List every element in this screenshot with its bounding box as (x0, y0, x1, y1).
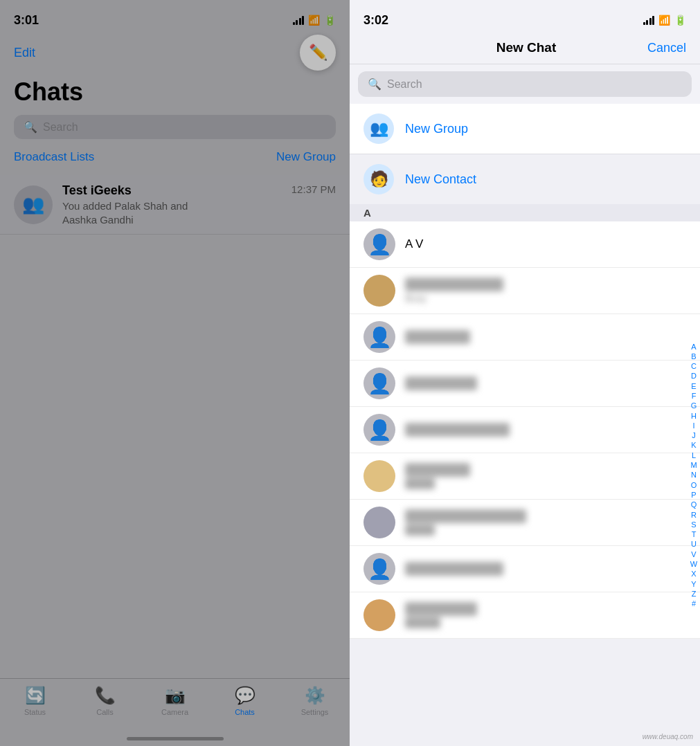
contact-blurred-5-name (405, 463, 470, 477)
contact-blurred-6-avatar (364, 507, 395, 538)
alpha-G[interactable]: G (689, 401, 699, 410)
contact-blurred-8-name (405, 602, 477, 616)
alpha-E[interactable]: E (689, 381, 699, 391)
contact-blurred-5[interactable] (350, 453, 700, 500)
alpha-Y[interactable]: Y (689, 579, 699, 589)
new-group-link[interactable]: New Group (276, 150, 336, 164)
person-icon-7: 👤 (368, 558, 392, 581)
alpha-C[interactable]: C (689, 361, 699, 371)
tab-calls-label: Calls (96, 708, 113, 716)
chat-name-row: Test iGeeks 12:37 PM (62, 183, 336, 198)
compose-button[interactable]: ✏️ (300, 35, 336, 71)
alpha-J[interactable]: J (689, 430, 699, 440)
tab-status-label: Status (24, 708, 46, 716)
edit-button[interactable]: Edit (14, 46, 35, 60)
alpha-L[interactable]: L (689, 451, 699, 460)
search-bar[interactable]: 🔍 Search (14, 115, 336, 139)
tab-bar: 🔄 Status 📞 Calls 📷 Camera 💬 Chats ⚙️ Set… (0, 678, 350, 746)
left-status-bar: 3:01 📶 🔋 (0, 0, 350, 35)
alpha-I[interactable]: I (689, 421, 699, 430)
alpha-B[interactable]: B (689, 352, 699, 361)
contact-blurred-7-info (405, 562, 503, 576)
alpha-Z[interactable]: Z (689, 589, 699, 599)
contact-blurred-5-status (405, 478, 470, 489)
tab-chats-label: Chats (235, 708, 255, 716)
calls-icon: 📞 (95, 686, 116, 705)
tab-calls[interactable]: 📞 Calls (70, 686, 140, 716)
contact-av[interactable]: 👤 A V (350, 221, 700, 268)
contact-blurred-1[interactable]: Busy (350, 268, 700, 314)
alpha-U[interactable]: U (689, 539, 699, 549)
contact-blurred-1-avatar (364, 275, 395, 307)
cancel-button[interactable]: Cancel (647, 41, 686, 55)
chat-preview-line1: You added Palak Shah and (62, 200, 336, 212)
alpha-K[interactable]: K (689, 440, 699, 450)
person-icon: 👤 (368, 233, 392, 256)
alpha-hash[interactable]: # (689, 599, 699, 608)
new-group-text: New Group (405, 122, 468, 136)
right-search-bar[interactable]: 🔍 Search (358, 71, 692, 97)
person-icon-4: 👤 (368, 419, 392, 442)
contact-blurred-2-name (405, 330, 470, 344)
tab-chats[interactable]: 💬 Chats (210, 686, 280, 716)
watermark: www.deuaq.com (643, 733, 693, 740)
alpha-T[interactable]: T (689, 529, 699, 539)
chat-time: 12:37 PM (291, 183, 336, 198)
new-contact-icon: 🧑 (370, 170, 388, 188)
chat-list: 👥 Test iGeeks 12:37 PM You added Palak S… (0, 175, 350, 678)
tab-camera[interactable]: 📷 Camera (140, 686, 210, 716)
chats-title: Chats (0, 78, 350, 115)
alpha-F[interactable]: F (689, 391, 699, 401)
new-group-icon-wrap: 👥 (364, 113, 394, 144)
contact-blurred-7[interactable]: 👤 (350, 546, 700, 592)
alpha-D[interactable]: D (689, 371, 699, 381)
contact-blurred-1-status: Busy (405, 293, 503, 304)
alpha-O[interactable]: O (689, 480, 699, 490)
contact-blurred-4-info (405, 423, 510, 437)
right-time: 3:02 (364, 13, 388, 28)
contacts-section: A 👤 A V Busy (350, 204, 700, 746)
right-signal-icon (643, 15, 655, 25)
new-contact-card[interactable]: 🧑 New Contact (350, 154, 700, 204)
alpha-W[interactable]: W (689, 559, 699, 569)
right-search-icon: 🔍 (368, 78, 382, 91)
search-icon: 🔍 (24, 120, 37, 134)
compose-icon: ✏️ (309, 44, 327, 62)
battery-icon: 🔋 (324, 15, 336, 26)
alpha-H[interactable]: H (689, 411, 699, 421)
contact-blurred-2[interactable]: 👤 (350, 314, 700, 361)
alpha-Q[interactable]: Q (689, 500, 699, 509)
person-icon-2: 👤 (368, 326, 392, 349)
contact-blurred-1-name (405, 278, 503, 291)
new-group-card[interactable]: 👥 New Group (350, 104, 700, 154)
contact-blurred-8-status (405, 617, 477, 628)
tab-settings-label: Settings (301, 708, 329, 716)
status-icon: 🔄 (25, 686, 46, 705)
alpha-R[interactable]: R (689, 510, 699, 520)
tab-status[interactable]: 🔄 Status (0, 686, 70, 716)
contact-blurred-3[interactable]: 👤 (350, 361, 700, 407)
contact-av-avatar: 👤 (364, 228, 395, 260)
group-avatar-icon: 👥 (22, 194, 44, 215)
chat-item[interactable]: 👥 Test iGeeks 12:37 PM You added Palak S… (0, 175, 350, 235)
chat-avatar: 👥 (14, 185, 53, 224)
contact-blurred-4-name (405, 423, 510, 437)
contact-blurred-4[interactable]: 👤 (350, 407, 700, 453)
alpha-X[interactable]: X (689, 569, 699, 579)
broadcast-lists-link[interactable]: Broadcast Lists (14, 150, 94, 164)
alpha-P[interactable]: P (689, 490, 699, 500)
contact-blurred-6[interactable] (350, 500, 700, 546)
left-panel: 3:01 📶 🔋 Edit ✏️ Chats 🔍 Search Broadcas… (0, 0, 350, 746)
new-chat-header: New Chat Cancel (350, 35, 700, 64)
alpha-A[interactable]: A (689, 341, 699, 351)
contact-blurred-1-info: Busy (405, 278, 503, 304)
contact-blurred-8[interactable] (350, 592, 700, 639)
alpha-S[interactable]: S (689, 520, 699, 529)
right-panel: 3:02 📶 🔋 New Chat Cancel 🔍 Search 👥 New … (350, 0, 700, 746)
alpha-V[interactable]: V (689, 549, 699, 559)
tab-settings[interactable]: ⚙️ Settings (280, 686, 350, 716)
section-a: A (350, 204, 700, 221)
right-battery-icon: 🔋 (674, 15, 686, 26)
alpha-N[interactable]: N (689, 470, 699, 480)
alpha-M[interactable]: M (689, 460, 699, 470)
